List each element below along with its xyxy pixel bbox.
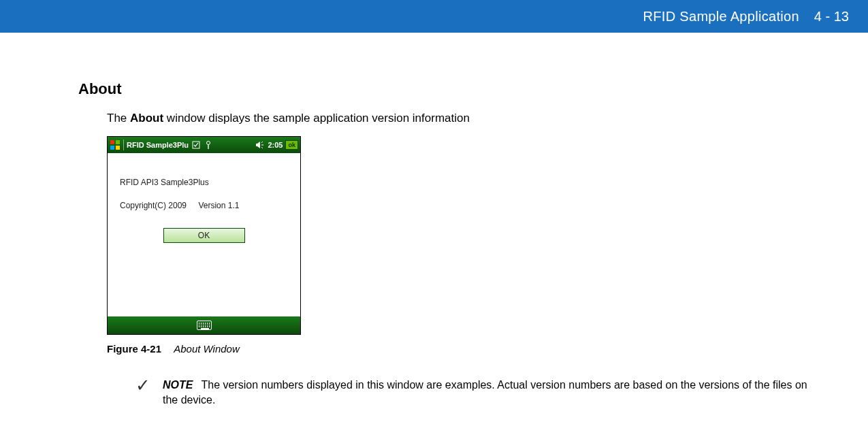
figure-title: About Window	[174, 343, 240, 355]
device-titlebar: RFID Sample3Plu 2:05 ok	[108, 137, 300, 153]
note-text: The version numbers displayed in this wi…	[163, 379, 807, 406]
about-copyright-line: Copyright(C) 2009 Version 1.1	[120, 201, 288, 210]
note-content: NOTEThe version numbers displayed in thi…	[163, 378, 823, 407]
device-screenshot: RFID Sample3Plu 2:05 ok RFID API3 Sample…	[107, 136, 301, 335]
checkmark-icon: ✓	[135, 376, 150, 394]
titlebar-separator	[123, 140, 124, 150]
ok-button[interactable]: OK	[163, 228, 245, 243]
speaker-icon	[255, 140, 265, 150]
device-app-title: RFID Sample3Plu	[127, 141, 189, 149]
svg-point-1	[207, 142, 210, 145]
note-block: ✓ NOTEThe version numbers displayed in t…	[135, 378, 823, 407]
intro-prefix: The	[107, 112, 130, 125]
device-clock: 2:05	[268, 141, 283, 149]
about-app-name: RFID API3 Sample3Plus	[120, 178, 288, 187]
windows-logo-icon	[110, 140, 120, 150]
intro-bold: About	[130, 112, 163, 125]
page-content: About The About window displays the samp…	[0, 33, 868, 407]
titlebar-ok-button[interactable]: ok	[285, 140, 298, 150]
about-version: Version 1.1	[198, 201, 239, 210]
figure-caption: Figure 4-21 About Window	[107, 343, 868, 355]
keyboard-icon[interactable]	[197, 321, 212, 330]
device-body: RFID API3 Sample3Plus Copyright(C) 2009 …	[108, 153, 300, 316]
figure-number: Figure 4-21	[107, 343, 161, 355]
header-title: RFID Sample Application	[643, 9, 799, 24]
task-icon	[191, 140, 201, 150]
about-copyright: Copyright(C) 2009	[120, 201, 187, 210]
header-page-number: 4 - 13	[814, 9, 849, 24]
device-bottombar	[108, 316, 300, 334]
signal-icon	[204, 140, 213, 150]
section-heading: About	[78, 80, 868, 98]
note-label: NOTE	[163, 379, 193, 391]
page-header: RFID Sample Application 4 - 13	[0, 0, 868, 33]
intro-suffix: window displays the sample application v…	[163, 112, 470, 125]
intro-text: The About window displays the sample app…	[107, 112, 868, 125]
